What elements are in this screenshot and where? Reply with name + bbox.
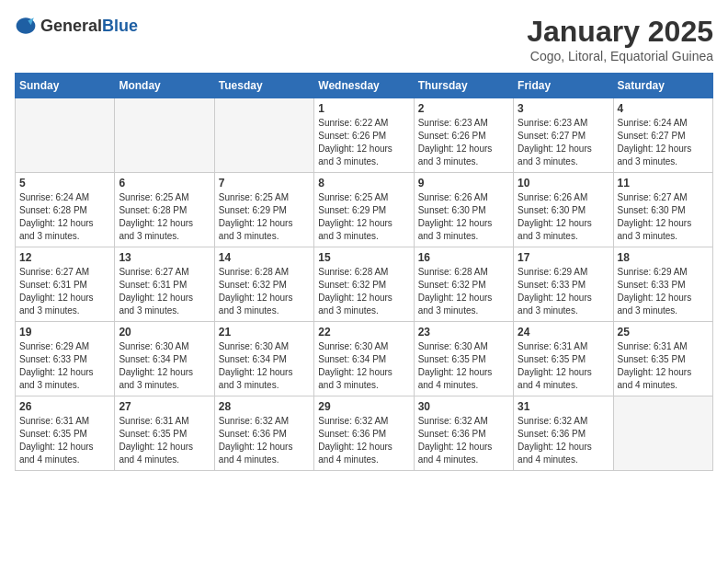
day-number: 28 <box>219 400 310 413</box>
calendar-cell: 3 Sunrise: 6:23 AM Sunset: 6:27 PM Dayli… <box>514 98 613 173</box>
day-number: 15 <box>318 251 409 264</box>
day-number: 12 <box>19 251 110 264</box>
calendar-week-row: 19 Sunrise: 6:29 AM Sunset: 6:33 PM Dayl… <box>16 322 713 396</box>
day-info: Sunrise: 6:30 AM Sunset: 6:34 PM Dayligh… <box>318 340 409 392</box>
logo: GeneralBlue <box>15 15 138 37</box>
calendar-cell: 27 Sunrise: 6:31 AM Sunset: 6:35 PM Dayl… <box>115 396 214 471</box>
day-number: 26 <box>19 400 110 413</box>
day-number: 31 <box>518 400 609 413</box>
calendar-cell: 2 Sunrise: 6:23 AM Sunset: 6:26 PM Dayli… <box>414 98 513 173</box>
calendar-cell <box>214 98 313 173</box>
day-number: 2 <box>418 102 509 115</box>
day-number: 18 <box>618 251 709 264</box>
day-number: 16 <box>418 251 509 264</box>
day-info: Sunrise: 6:32 AM Sunset: 6:36 PM Dayligh… <box>219 415 310 466</box>
weekday-header: Wednesday <box>314 74 414 98</box>
calendar-cell: 7 Sunrise: 6:25 AM Sunset: 6:29 PM Dayli… <box>214 173 313 247</box>
day-number: 4 <box>618 102 709 115</box>
calendar-cell: 28 Sunrise: 6:32 AM Sunset: 6:36 PM Dayl… <box>214 396 313 471</box>
calendar-table: SundayMondayTuesdayWednesdayThursdayFrid… <box>15 73 713 471</box>
day-info: Sunrise: 6:28 AM Sunset: 6:32 PM Dayligh… <box>219 266 310 317</box>
day-number: 13 <box>119 251 210 264</box>
day-number: 30 <box>418 400 509 413</box>
day-info: Sunrise: 6:31 AM Sunset: 6:35 PM Dayligh… <box>618 340 709 392</box>
day-info: Sunrise: 6:29 AM Sunset: 6:33 PM Dayligh… <box>19 340 110 392</box>
day-info: Sunrise: 6:25 AM Sunset: 6:29 PM Dayligh… <box>318 191 409 243</box>
calendar-cell: 15 Sunrise: 6:28 AM Sunset: 6:32 PM Dayl… <box>314 247 414 322</box>
day-info: Sunrise: 6:29 AM Sunset: 6:33 PM Dayligh… <box>518 266 609 317</box>
weekday-header: Sunday <box>16 74 115 98</box>
day-number: 27 <box>119 400 210 413</box>
day-number: 17 <box>518 251 609 264</box>
day-info: Sunrise: 6:32 AM Sunset: 6:36 PM Dayligh… <box>318 415 409 466</box>
day-info: Sunrise: 6:30 AM Sunset: 6:34 PM Dayligh… <box>219 340 310 392</box>
calendar-cell <box>613 396 712 471</box>
day-number: 14 <box>219 251 310 264</box>
weekday-header: Saturday <box>613 74 712 98</box>
day-info: Sunrise: 6:24 AM Sunset: 6:28 PM Dayligh… <box>19 191 110 243</box>
calendar-cell: 21 Sunrise: 6:30 AM Sunset: 6:34 PM Dayl… <box>214 322 313 396</box>
weekday-header-row: SundayMondayTuesdayWednesdayThursdayFrid… <box>16 74 713 98</box>
calendar-cell: 31 Sunrise: 6:32 AM Sunset: 6:36 PM Dayl… <box>514 396 613 471</box>
calendar-cell: 10 Sunrise: 6:26 AM Sunset: 6:30 PM Dayl… <box>514 173 613 247</box>
day-info: Sunrise: 6:25 AM Sunset: 6:29 PM Dayligh… <box>219 191 310 243</box>
calendar-week-row: 26 Sunrise: 6:31 AM Sunset: 6:35 PM Dayl… <box>16 396 713 471</box>
day-info: Sunrise: 6:23 AM Sunset: 6:27 PM Dayligh… <box>518 117 609 168</box>
calendar-cell: 26 Sunrise: 6:31 AM Sunset: 6:35 PM Dayl… <box>16 396 115 471</box>
day-info: Sunrise: 6:32 AM Sunset: 6:36 PM Dayligh… <box>418 415 509 466</box>
calendar-cell: 25 Sunrise: 6:31 AM Sunset: 6:35 PM Dayl… <box>613 322 712 396</box>
day-number: 9 <box>418 177 509 190</box>
day-number: 24 <box>518 326 609 339</box>
title-area: January 2025 Cogo, Litoral, Equatorial G… <box>527 15 713 63</box>
calendar-cell: 8 Sunrise: 6:25 AM Sunset: 6:29 PM Dayli… <box>314 173 414 247</box>
day-number: 11 <box>618 177 709 190</box>
calendar-cell: 17 Sunrise: 6:29 AM Sunset: 6:33 PM Dayl… <box>514 247 613 322</box>
day-info: Sunrise: 6:28 AM Sunset: 6:32 PM Dayligh… <box>418 266 509 317</box>
day-number: 7 <box>219 177 310 190</box>
day-info: Sunrise: 6:27 AM Sunset: 6:31 PM Dayligh… <box>119 266 210 317</box>
day-number: 29 <box>318 400 409 413</box>
calendar-week-row: 1 Sunrise: 6:22 AM Sunset: 6:26 PM Dayli… <box>16 98 713 173</box>
header: GeneralBlue January 2025 Cogo, Litoral, … <box>15 15 713 63</box>
calendar-cell: 14 Sunrise: 6:28 AM Sunset: 6:32 PM Dayl… <box>214 247 313 322</box>
day-info: Sunrise: 6:32 AM Sunset: 6:36 PM Dayligh… <box>518 415 609 466</box>
calendar-cell: 6 Sunrise: 6:25 AM Sunset: 6:28 PM Dayli… <box>115 173 214 247</box>
day-number: 8 <box>318 177 409 190</box>
day-info: Sunrise: 6:29 AM Sunset: 6:33 PM Dayligh… <box>618 266 709 317</box>
calendar-cell: 23 Sunrise: 6:30 AM Sunset: 6:35 PM Dayl… <box>414 322 513 396</box>
calendar-week-row: 5 Sunrise: 6:24 AM Sunset: 6:28 PM Dayli… <box>16 173 713 247</box>
day-info: Sunrise: 6:31 AM Sunset: 6:35 PM Dayligh… <box>119 415 210 466</box>
weekday-header: Friday <box>514 74 613 98</box>
day-number: 6 <box>119 177 210 190</box>
calendar-week-row: 12 Sunrise: 6:27 AM Sunset: 6:31 PM Dayl… <box>16 247 713 322</box>
day-number: 10 <box>518 177 609 190</box>
day-info: Sunrise: 6:22 AM Sunset: 6:26 PM Dayligh… <box>318 117 409 168</box>
day-info: Sunrise: 6:23 AM Sunset: 6:26 PM Dayligh… <box>418 117 509 168</box>
calendar-cell: 20 Sunrise: 6:30 AM Sunset: 6:34 PM Dayl… <box>115 322 214 396</box>
calendar-cell <box>16 98 115 173</box>
weekday-header: Monday <box>115 74 214 98</box>
calendar-cell: 24 Sunrise: 6:31 AM Sunset: 6:35 PM Dayl… <box>514 322 613 396</box>
day-info: Sunrise: 6:31 AM Sunset: 6:35 PM Dayligh… <box>518 340 609 392</box>
logo-general: General <box>40 17 102 35</box>
calendar-cell: 18 Sunrise: 6:29 AM Sunset: 6:33 PM Dayl… <box>613 247 712 322</box>
day-number: 21 <box>219 326 310 339</box>
day-info: Sunrise: 6:26 AM Sunset: 6:30 PM Dayligh… <box>518 191 609 243</box>
calendar-cell: 22 Sunrise: 6:30 AM Sunset: 6:34 PM Dayl… <box>314 322 414 396</box>
calendar-cell: 11 Sunrise: 6:27 AM Sunset: 6:30 PM Dayl… <box>613 173 712 247</box>
day-info: Sunrise: 6:27 AM Sunset: 6:30 PM Dayligh… <box>618 191 709 243</box>
month-title: January 2025 <box>527 15 713 49</box>
day-number: 1 <box>318 102 409 115</box>
day-number: 20 <box>119 326 210 339</box>
calendar-cell <box>115 98 214 173</box>
calendar-cell: 16 Sunrise: 6:28 AM Sunset: 6:32 PM Dayl… <box>414 247 513 322</box>
day-number: 3 <box>518 102 609 115</box>
day-info: Sunrise: 6:27 AM Sunset: 6:31 PM Dayligh… <box>19 266 110 317</box>
calendar-cell: 29 Sunrise: 6:32 AM Sunset: 6:36 PM Dayl… <box>314 396 414 471</box>
weekday-header: Tuesday <box>214 74 313 98</box>
weekday-header: Thursday <box>414 74 513 98</box>
day-number: 22 <box>318 326 409 339</box>
day-number: 25 <box>618 326 709 339</box>
day-number: 5 <box>19 177 110 190</box>
day-info: Sunrise: 6:28 AM Sunset: 6:32 PM Dayligh… <box>318 266 409 317</box>
